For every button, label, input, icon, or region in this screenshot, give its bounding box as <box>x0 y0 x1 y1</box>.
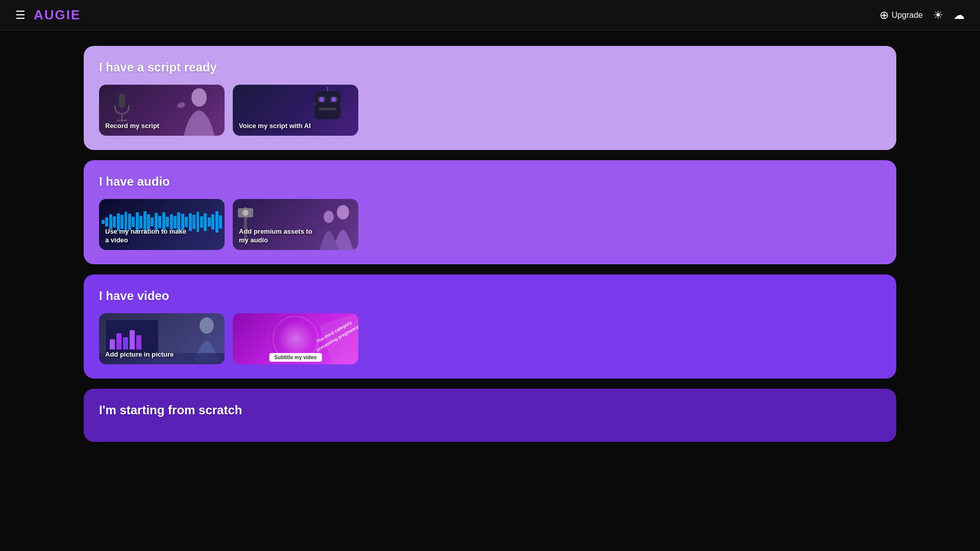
pip-label: Add picture in picture <box>105 350 174 359</box>
upgrade-label: Upgrade <box>892 11 923 20</box>
header-right: ⊕ Upgrade ☀ ☁ <box>879 9 965 22</box>
svg-point-19 <box>324 211 334 223</box>
premium-audio-card[interactable]: Add premium assets to my audio <box>233 199 358 250</box>
header-left: ☰ AUGiE <box>15 7 81 23</box>
svg-point-1 <box>177 102 186 109</box>
record-script-card[interactable]: Record my script <box>99 85 225 136</box>
svg-point-20 <box>200 317 214 334</box>
header: ☰ AUGiE ⊕ Upgrade ☀ ☁ <box>0 0 980 31</box>
svg-point-0 <box>191 88 207 107</box>
upgrade-button[interactable]: ⊕ Upgrade <box>879 9 923 22</box>
voice-ai-card[interactable]: Voice my script with AI <box>233 85 358 136</box>
section-have-video: I have video <box>84 274 896 379</box>
svg-rect-10 <box>319 108 336 110</box>
narration-video-label: Use my narration to make a video <box>105 228 187 245</box>
premium-audio-label: Add premium assets to my audio <box>239 228 321 245</box>
menu-icon[interactable]: ☰ <box>15 9 26 22</box>
svg-point-17 <box>242 210 249 216</box>
video-cards-row: Add picture in picture The third categor… <box>99 313 881 364</box>
upgrade-plus-icon: ⊕ <box>879 9 889 22</box>
section-have-audio: I have audio Use my narration to make a … <box>84 160 896 264</box>
svg-point-9 <box>331 97 336 102</box>
logo: AUGiE <box>34 7 81 23</box>
svg-point-18 <box>337 205 349 219</box>
section-script-title: I have a script ready <box>99 60 881 74</box>
section-script-ready: I have a script ready <box>84 46 896 150</box>
theme-icon[interactable]: ☀ <box>933 9 943 22</box>
subtitle-overlay-text: Subtitle my video <box>270 353 322 362</box>
svg-point-14 <box>326 87 329 88</box>
main-content: I have a script ready <box>0 31 980 457</box>
record-script-label: Record my script <box>105 122 159 131</box>
svg-rect-2 <box>119 93 125 108</box>
cloud-icon[interactable]: ☁ <box>953 9 965 22</box>
narration-video-card[interactable]: Use my narration to make a video <box>99 199 225 250</box>
audio-cards-row: Use my narration to make a video <box>99 199 881 250</box>
section-audio-title: I have audio <box>99 174 881 189</box>
subtitle-video-bg: The third category preventing pregnancy … <box>233 313 358 364</box>
section-scratch-title: I'm starting from scratch <box>99 403 881 417</box>
svg-rect-5 <box>315 91 340 119</box>
script-cards-row: Record my script <box>99 85 881 136</box>
section-video-title: I have video <box>99 289 881 303</box>
pip-card[interactable]: Add picture in picture <box>99 313 225 364</box>
svg-point-8 <box>319 97 324 102</box>
section-starting-scratch: I'm starting from scratch <box>84 389 896 442</box>
subtitle-video-card[interactable]: The third category preventing pregnancy … <box>233 313 358 364</box>
voice-ai-label: Voice my script with AI <box>239 122 311 131</box>
